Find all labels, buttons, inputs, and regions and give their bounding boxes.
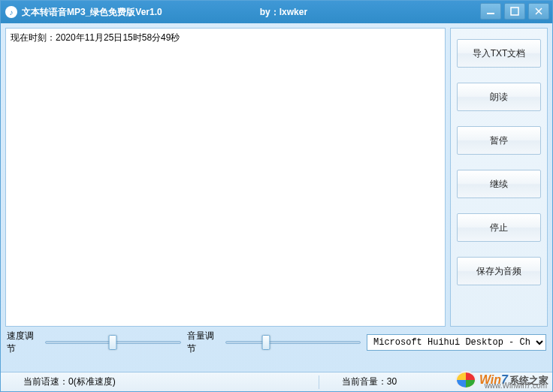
speed-thumb[interactable] xyxy=(109,335,117,350)
close-icon xyxy=(534,7,543,16)
svg-rect-1 xyxy=(511,8,518,15)
client-area: 导入TXT文档 朗读 暂停 继续 停止 保存为音频 速度调节 音量调节 xyxy=(1,23,552,372)
window-title: 文本转语音MP3_绿色免费版Ver1.0 xyxy=(22,6,162,19)
import-txt-button[interactable]: 导入TXT文档 xyxy=(457,39,541,68)
status-bar: 当前语速：0(标准速度) 当前音量：30 xyxy=(1,372,552,391)
status-speed: 当前语速：0(标准速度) xyxy=(1,365,123,392)
stop-button[interactable]: 停止 xyxy=(457,213,541,242)
status-speed-value: 0(标准速度) xyxy=(68,376,116,387)
maximize-button[interactable] xyxy=(504,3,525,20)
status-volume: 当前音量：30 xyxy=(319,365,404,392)
action-panel: 导入TXT文档 朗读 暂停 继续 停止 保存为音频 xyxy=(450,28,548,327)
app-window: ♪ 文本转语音MP3_绿色免费版Ver1.0 by：lxwker 导入TXT文档… xyxy=(0,0,553,392)
controls-row: 速度调节 音量调节 Microsoft Huihui Desktop - Ch xyxy=(5,331,548,354)
volume-slider[interactable] xyxy=(225,335,361,350)
text-input-panel xyxy=(5,28,446,327)
save-audio-button[interactable]: 保存为音频 xyxy=(457,257,541,285)
status-volume-label: 当前音量： xyxy=(342,376,387,387)
close-button[interactable] xyxy=(528,3,549,20)
window-controls xyxy=(480,3,549,20)
svg-rect-0 xyxy=(487,13,494,14)
app-icon: ♪ xyxy=(5,6,17,18)
volume-label: 音量调节 xyxy=(187,330,221,355)
volume-thumb[interactable] xyxy=(261,335,270,350)
main-row: 导入TXT文档 朗读 暂停 继续 停止 保存为音频 xyxy=(5,28,548,327)
volume-track xyxy=(225,341,361,344)
status-speed-label: 当前语速： xyxy=(23,376,68,387)
speed-label: 速度调节 xyxy=(7,330,41,355)
window-byline: by：lxwker xyxy=(260,6,307,19)
resume-button[interactable]: 继续 xyxy=(457,170,541,198)
titlebar[interactable]: ♪ 文本转语音MP3_绿色免费版Ver1.0 by：lxwker xyxy=(1,1,552,23)
pause-button[interactable]: 暂停 xyxy=(457,126,541,155)
maximize-icon xyxy=(510,7,519,16)
minimize-icon xyxy=(486,7,495,16)
voice-select[interactable]: Microsoft Huihui Desktop - Ch xyxy=(367,334,546,351)
read-button[interactable]: 朗读 xyxy=(457,83,541,111)
text-input[interactable] xyxy=(9,30,442,324)
minimize-button[interactable] xyxy=(480,3,501,20)
speed-slider[interactable] xyxy=(45,335,180,350)
status-volume-value: 30 xyxy=(387,376,397,387)
